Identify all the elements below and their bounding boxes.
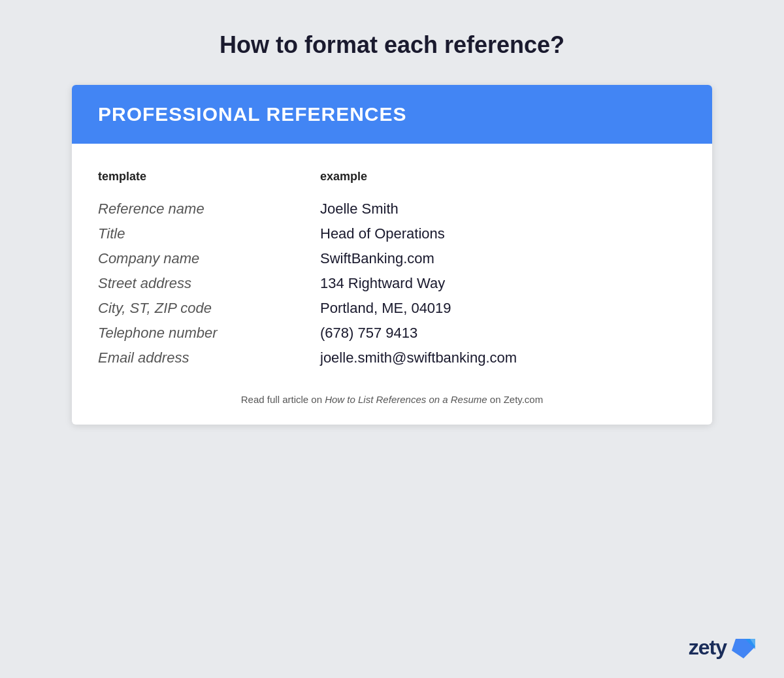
- template-cell: City, ST, ZIP code: [98, 300, 320, 317]
- table-row: Telephone number(678) 757 9413: [98, 321, 686, 346]
- reference-rows: Reference nameJoelle SmithTitleHead of O…: [98, 197, 686, 370]
- table-row: Street address134 Rightward Way: [98, 271, 686, 296]
- columns-header: template example: [98, 170, 686, 184]
- template-cell: Email address: [98, 349, 320, 366]
- template-cell: Telephone number: [98, 325, 320, 342]
- example-cell: Head of Operations: [320, 225, 445, 242]
- zety-text: zety: [689, 636, 727, 660]
- template-cell: Street address: [98, 275, 320, 292]
- reference-card: PROFESSIONAL REFERENCES template example…: [72, 85, 712, 425]
- template-column-header: template: [98, 170, 320, 184]
- example-cell: Joelle Smith: [320, 201, 399, 218]
- table-row: City, ST, ZIP codePortland, ME, 04019: [98, 296, 686, 321]
- page-title: How to format each reference?: [220, 31, 564, 59]
- card-footer: Read full article on How to List Referen…: [98, 394, 686, 405]
- footer-prefix: Read full article on: [241, 394, 325, 405]
- example-column-header: example: [320, 170, 367, 184]
- example-cell: 134 Rightward Way: [320, 275, 445, 292]
- example-cell: SwiftBanking.com: [320, 250, 434, 267]
- card-header-title: PROFESSIONAL REFERENCES: [98, 103, 407, 125]
- card-body: template example Reference nameJoelle Sm…: [72, 144, 712, 425]
- table-row: Reference nameJoelle Smith: [98, 197, 686, 221]
- template-cell: Reference name: [98, 201, 320, 218]
- example-cell: joelle.smith@swiftbanking.com: [320, 349, 517, 366]
- example-cell: Portland, ME, 04019: [320, 300, 451, 317]
- table-row: Company nameSwiftBanking.com: [98, 246, 686, 271]
- footer-suffix: on Zety.com: [487, 394, 544, 405]
- table-row: TitleHead of Operations: [98, 221, 686, 246]
- table-row: Email addressjoelle.smith@swiftbanking.c…: [98, 346, 686, 370]
- zety-logo: zety: [689, 635, 755, 660]
- footer-link[interactable]: How to List References on a Resume: [325, 394, 487, 405]
- template-cell: Company name: [98, 250, 320, 267]
- template-cell: Title: [98, 225, 320, 242]
- zety-icon: [730, 635, 755, 660]
- example-cell: (678) 757 9413: [320, 325, 417, 342]
- card-header: PROFESSIONAL REFERENCES: [72, 85, 712, 144]
